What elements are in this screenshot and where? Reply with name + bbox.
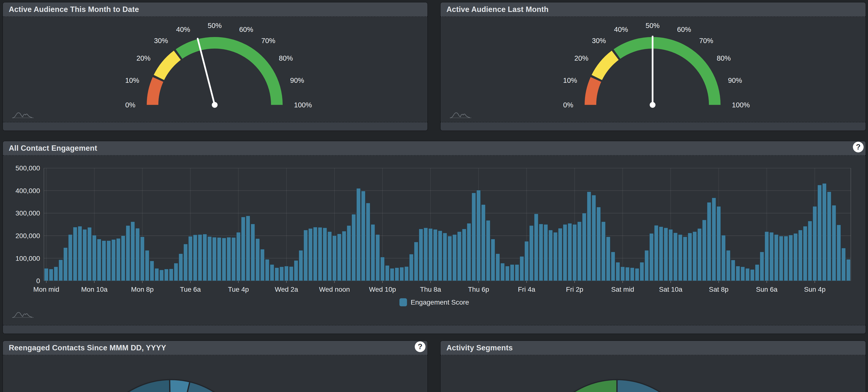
bar-101[interactable] [529,225,533,281]
bar-142[interactable] [726,250,730,281]
bar-102[interactable] [534,214,538,281]
bar-73[interactable] [395,268,399,281]
bar-78[interactable] [419,229,423,281]
bar-36[interactable] [217,237,221,281]
bar-126[interactable] [649,233,653,281]
bar-128[interactable] [659,227,663,281]
bar-52[interactable] [294,261,298,281]
bar-141[interactable] [721,235,725,281]
bar-97[interactable] [510,264,514,281]
bar-156[interactable] [794,233,798,281]
bar-81[interactable] [433,229,437,281]
bar-123[interactable] [635,268,639,281]
bar-35[interactable] [213,237,216,281]
bar-32[interactable] [198,234,202,281]
pie-slice-1[interactable] [617,380,698,392]
bar-54[interactable] [304,230,308,281]
reengaged-pie-chart[interactable] [88,377,254,392]
bar-55[interactable] [309,228,312,281]
bar-151[interactable] [770,232,773,281]
bar-136[interactable] [698,228,701,281]
bar-47[interactable] [270,264,274,281]
help-icon[interactable]: ? [853,142,864,153]
bar-65[interactable] [356,189,361,281]
bar-103[interactable] [539,224,543,281]
bar-8[interactable] [83,229,87,281]
bar-120[interactable] [621,267,625,281]
bar-148[interactable] [755,264,759,281]
bar-46[interactable] [266,259,269,281]
bar-33[interactable] [203,234,207,281]
bar-45[interactable] [260,249,265,281]
bar-5[interactable] [68,234,72,281]
bar-38[interactable] [227,237,231,281]
bar-13[interactable] [107,240,111,281]
bar-6[interactable] [73,227,77,281]
bar-127[interactable] [654,225,658,281]
bar-133[interactable] [683,237,687,281]
bars[interactable] [44,183,850,281]
bar-146[interactable] [746,268,750,281]
bar-167[interactable] [846,259,850,281]
bar-104[interactable] [544,225,548,281]
bar-99[interactable] [520,256,524,281]
bar-70[interactable] [381,257,384,281]
bar-139[interactable] [712,198,716,281]
bar-18[interactable] [131,222,135,281]
bar-91[interactable] [481,204,485,281]
activity-pie-chart[interactable] [534,377,700,392]
bar-26[interactable] [169,269,173,281]
bar-79[interactable] [424,228,428,281]
bar-94[interactable] [496,254,500,281]
bar-34[interactable] [208,237,212,281]
bar-17[interactable] [126,225,130,281]
bar-161[interactable] [817,185,822,281]
legend[interactable]: Engagement Score [399,298,469,306]
bar-80[interactable] [429,228,433,281]
bar-23[interactable] [155,268,159,281]
bar-149[interactable] [760,252,764,281]
bar-59[interactable] [328,232,332,281]
bar-131[interactable] [674,233,677,281]
bar-144[interactable] [736,266,740,281]
bar-50[interactable] [284,266,288,281]
bar-115[interactable] [597,207,601,281]
bar-105[interactable] [549,230,552,281]
bar-155[interactable] [789,235,793,281]
bar-86[interactable] [457,232,461,281]
bar-110[interactable] [572,225,577,281]
bar-67[interactable] [366,203,370,281]
pie-slice-0[interactable] [536,380,617,392]
bar-1[interactable] [49,269,53,281]
pie-slice-0[interactable] [91,380,171,392]
bar-15[interactable] [117,238,120,281]
bar-89[interactable] [472,193,476,281]
bar-43[interactable] [251,224,255,281]
bar-42[interactable] [246,216,250,281]
bar-2[interactable] [54,267,58,281]
bar-108[interactable] [563,225,567,281]
bar-60[interactable] [332,236,336,281]
bar-76[interactable] [409,254,413,281]
bar-25[interactable] [164,269,168,281]
bar-129[interactable] [664,228,668,281]
bar-41[interactable] [241,217,245,281]
bar-75[interactable] [404,267,408,281]
bar-74[interactable] [400,267,404,281]
bar-90[interactable] [477,190,480,281]
bar-48[interactable] [275,268,279,281]
bar-143[interactable] [731,260,735,281]
bar-37[interactable] [222,238,226,281]
bar-61[interactable] [337,234,341,281]
bar-163[interactable] [827,192,831,281]
pie-slice-1[interactable] [169,380,190,392]
bar-95[interactable] [500,263,504,281]
bar-44[interactable] [256,239,259,281]
bar-114[interactable] [592,195,596,281]
bar-130[interactable] [669,229,673,281]
help-icon[interactable]: ? [415,341,426,352]
bar-7[interactable] [78,226,82,281]
bar-135[interactable] [693,232,697,281]
bar-162[interactable] [823,183,826,281]
bar-58[interactable] [323,228,327,281]
